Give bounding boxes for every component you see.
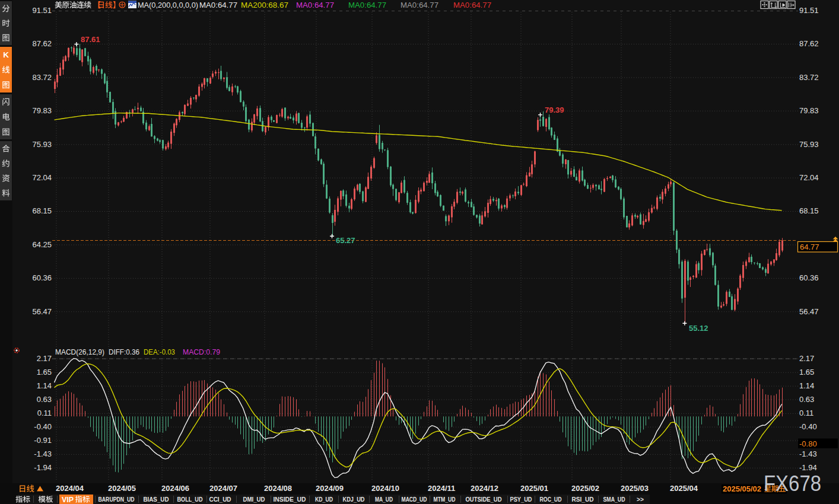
svg-text:2024/04: 2024/04 bbox=[56, 484, 84, 493]
svg-text:87.61: 87.61 bbox=[81, 35, 100, 44]
svg-text:65.27: 65.27 bbox=[336, 236, 355, 245]
svg-text:MACD:0.79: MACD:0.79 bbox=[183, 347, 220, 356]
svg-text:MACD_UD: MACD_UD bbox=[402, 496, 427, 503]
svg-text:-0.91: -0.91 bbox=[34, 436, 52, 445]
svg-text:KDJ_UD: KDJ_UD bbox=[343, 496, 365, 503]
svg-text:79.83: 79.83 bbox=[32, 106, 52, 115]
svg-text:2025/03: 2025/03 bbox=[621, 484, 649, 493]
svg-text:0.11: 0.11 bbox=[799, 409, 813, 417]
svg-text:2024/07: 2024/07 bbox=[209, 484, 237, 493]
svg-text:MA0:64.77: MA0:64.77 bbox=[453, 1, 491, 9]
svg-text:INSIDE_UD: INSIDE_UD bbox=[274, 496, 306, 503]
svg-text:MA200:68.67: MA200:68.67 bbox=[241, 1, 288, 9]
svg-text:75.93: 75.93 bbox=[799, 140, 819, 149]
svg-text:0.63: 0.63 bbox=[37, 395, 52, 404]
svg-text:2025/02: 2025/02 bbox=[571, 484, 599, 493]
svg-text:DIFF:0.36: DIFF:0.36 bbox=[109, 347, 139, 356]
svg-text:-1.43: -1.43 bbox=[34, 449, 52, 458]
svg-text:-1.94: -1.94 bbox=[799, 463, 817, 472]
svg-text:60.36: 60.36 bbox=[799, 273, 819, 282]
svg-text:56.47: 56.47 bbox=[799, 307, 819, 316]
svg-text:MA0:64.77: MA0:64.77 bbox=[296, 1, 334, 9]
svg-text:-0.40: -0.40 bbox=[799, 422, 817, 431]
svg-text:79.39: 79.39 bbox=[545, 106, 564, 114]
svg-text:MA0:64.77: MA0:64.77 bbox=[199, 1, 237, 9]
svg-text:55.12: 55.12 bbox=[689, 324, 708, 333]
svg-text:1.65: 1.65 bbox=[37, 368, 52, 377]
svg-text:0.11: 0.11 bbox=[37, 409, 52, 417]
svg-text:72.04: 72.04 bbox=[32, 173, 52, 182]
svg-text:83.72: 83.72 bbox=[32, 73, 52, 82]
svg-text:2.17: 2.17 bbox=[37, 354, 52, 363]
svg-text:68.15: 68.15 bbox=[799, 206, 819, 215]
svg-text:91.51: 91.51 bbox=[32, 6, 52, 15]
svg-text:MA0:64.77: MA0:64.77 bbox=[348, 1, 386, 9]
svg-text:>>: >> bbox=[637, 496, 644, 503]
svg-text:1.14: 1.14 bbox=[799, 381, 814, 390]
svg-text:RSI_UD: RSI_UD bbox=[572, 496, 594, 503]
svg-text:2024/06: 2024/06 bbox=[161, 484, 189, 493]
svg-text:DEA:-0.03: DEA:-0.03 bbox=[144, 347, 175, 356]
svg-text:-0.40: -0.40 bbox=[34, 422, 52, 431]
svg-text:-1.94: -1.94 bbox=[34, 463, 52, 472]
svg-text:75.93: 75.93 bbox=[32, 140, 52, 149]
svg-text:K: K bbox=[3, 50, 9, 59]
svg-text:-0.80: -0.80 bbox=[799, 439, 817, 448]
svg-text:PSY_UD: PSY_UD bbox=[510, 496, 532, 503]
svg-text:CCI_UD: CCI_UD bbox=[209, 496, 231, 503]
svg-text:1.14: 1.14 bbox=[37, 381, 52, 390]
svg-text:VIP: VIP bbox=[62, 496, 74, 504]
svg-text:OUTSIDE_UD: OUTSIDE_UD bbox=[466, 496, 502, 503]
svg-text:2025/01: 2025/01 bbox=[520, 484, 548, 493]
svg-text:87.62: 87.62 bbox=[32, 39, 52, 48]
svg-text:ROC_UD: ROC_UD bbox=[540, 496, 562, 503]
svg-text:91.51: 91.51 bbox=[799, 6, 819, 15]
svg-text:2024/09: 2024/09 bbox=[316, 484, 344, 493]
svg-text:2.17: 2.17 bbox=[799, 354, 814, 363]
svg-text:MA0:64.77: MA0:64.77 bbox=[401, 1, 438, 9]
svg-text:MA(0,200,0,0,0,0): MA(0,200,0,0,0,0) bbox=[138, 1, 198, 9]
svg-text:2025/05/02: 2025/05/02 bbox=[723, 484, 761, 493]
svg-text:56.47: 56.47 bbox=[32, 307, 52, 316]
svg-text:KD_UD: KD_UD bbox=[315, 496, 333, 503]
svg-text:FX678: FX678 bbox=[764, 471, 821, 496]
svg-text:MACD(26,12,9): MACD(26,12,9) bbox=[55, 347, 104, 356]
svg-text:DMI_UD: DMI_UD bbox=[243, 496, 265, 503]
svg-text:87.62: 87.62 bbox=[799, 39, 819, 48]
svg-text:64.77: 64.77 bbox=[800, 243, 819, 251]
svg-text:BARUPDN_UD: BARUPDN_UD bbox=[98, 496, 135, 503]
svg-text:MTM_UD: MTM_UD bbox=[434, 496, 456, 503]
svg-text:SMA_UD: SMA_UD bbox=[603, 496, 625, 503]
svg-text:2024/08: 2024/08 bbox=[264, 484, 292, 493]
svg-text:BOLL_UD: BOLL_UD bbox=[177, 496, 203, 503]
svg-text:2024/11: 2024/11 bbox=[428, 484, 455, 493]
svg-text:MA_UD: MA_UD bbox=[375, 496, 393, 503]
svg-text:-1.43: -1.43 bbox=[799, 449, 817, 458]
svg-text:60.36: 60.36 bbox=[32, 273, 52, 282]
svg-text:1.65: 1.65 bbox=[799, 368, 814, 377]
svg-text:64.25: 64.25 bbox=[32, 240, 52, 249]
svg-text:2024/05: 2024/05 bbox=[108, 484, 136, 493]
svg-text:72.04: 72.04 bbox=[799, 173, 819, 182]
svg-text:2025/04: 2025/04 bbox=[670, 484, 698, 493]
svg-text:68.15: 68.15 bbox=[32, 206, 52, 215]
svg-text:79.83: 79.83 bbox=[799, 106, 819, 115]
svg-text:83.72: 83.72 bbox=[799, 73, 819, 82]
svg-text:2024/12: 2024/12 bbox=[471, 484, 498, 493]
svg-text:BIAS_UD: BIAS_UD bbox=[144, 496, 169, 503]
svg-text:0.63: 0.63 bbox=[799, 395, 814, 404]
svg-text:2024/10: 2024/10 bbox=[371, 484, 399, 493]
